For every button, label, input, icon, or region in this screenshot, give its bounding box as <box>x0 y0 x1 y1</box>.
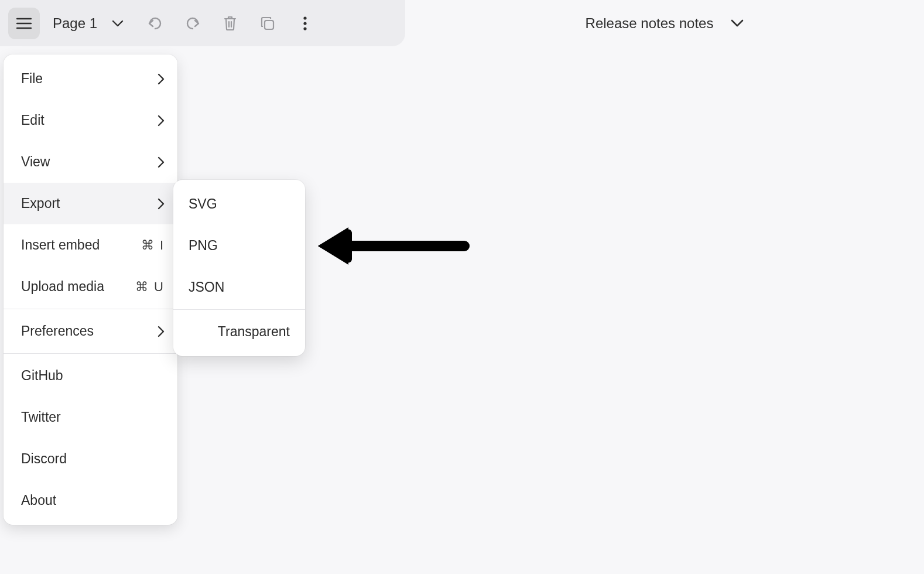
menu-item-shortcut: ⌘ U <box>135 279 165 295</box>
menu-item-shortcut: ⌘ I <box>141 238 165 253</box>
chevron-down-icon <box>112 20 124 27</box>
menu-item-label: Edit <box>21 112 158 128</box>
menu-item-label: File <box>21 71 158 87</box>
export-svg[interactable]: SVG <box>173 183 305 225</box>
export-png[interactable]: PNG <box>173 225 305 266</box>
copy-button[interactable] <box>252 8 283 39</box>
export-transparent-toggle[interactable]: Transparent <box>173 311 305 353</box>
page-label: Page 1 <box>53 15 97 32</box>
svg-point-8 <box>303 22 306 25</box>
hamburger-icon <box>16 18 32 29</box>
submenu-item-label: SVG <box>189 196 217 212</box>
menu-item-label: Insert embed <box>21 237 141 253</box>
menu-item-view[interactable]: View <box>4 141 177 183</box>
undo-button[interactable] <box>139 8 171 39</box>
redo-button[interactable] <box>177 8 208 39</box>
menu-item-label: GitHub <box>21 368 165 384</box>
undo-icon <box>148 17 163 30</box>
chevron-right-icon <box>158 198 165 210</box>
hamburger-button[interactable] <box>8 8 40 39</box>
menu-item-twitter[interactable]: Twitter <box>4 397 177 438</box>
annotation-arrow <box>318 227 470 267</box>
chevron-right-icon <box>158 156 165 168</box>
chevron-right-icon <box>158 326 165 337</box>
menu-separator <box>4 309 177 309</box>
svg-point-7 <box>303 16 306 19</box>
menu-item-upload-media[interactable]: Upload media ⌘ U <box>4 266 177 308</box>
menu-item-label: Discord <box>21 451 165 467</box>
toolbar: Page 1 <box>0 0 405 46</box>
chevron-right-icon <box>158 73 165 85</box>
menu-separator <box>4 353 177 354</box>
svg-rect-6 <box>265 20 273 29</box>
menu-item-label: Preferences <box>21 323 158 339</box>
document-title[interactable]: Release notes notes <box>586 15 714 32</box>
main-menu: File Edit View Export Insert embed ⌘ I U… <box>4 54 177 525</box>
menu-item-label: View <box>21 154 158 170</box>
chevron-down-icon[interactable] <box>731 19 744 28</box>
menu-item-label: About <box>21 493 165 508</box>
copy-icon <box>260 16 275 31</box>
chevron-right-icon <box>158 115 165 127</box>
page-dropdown-button[interactable] <box>104 8 131 39</box>
more-button[interactable] <box>289 8 321 39</box>
menu-item-label: Twitter <box>21 409 165 425</box>
menu-item-discord[interactable]: Discord <box>4 438 177 480</box>
menu-item-label: Upload media <box>21 279 135 295</box>
export-submenu: SVG PNG JSON Transparent <box>173 180 305 356</box>
submenu-item-label: JSON <box>189 279 224 295</box>
menu-item-file[interactable]: File <box>4 58 177 100</box>
export-json[interactable]: JSON <box>173 266 305 308</box>
menu-item-insert-embed[interactable]: Insert embed ⌘ I <box>4 224 177 266</box>
trash-button[interactable] <box>214 8 246 39</box>
trash-icon <box>224 16 237 31</box>
submenu-item-label: PNG <box>189 238 218 254</box>
more-vertical-icon <box>303 16 307 31</box>
menu-item-label: Export <box>21 196 158 211</box>
submenu-separator <box>173 309 305 310</box>
svg-point-9 <box>303 27 306 30</box>
page-selector[interactable]: Page 1 <box>41 15 103 32</box>
submenu-item-label: Transparent <box>218 324 290 340</box>
document-title-bar: Release notes notes <box>405 0 924 46</box>
menu-item-export[interactable]: Export <box>4 183 177 224</box>
menu-item-preferences[interactable]: Preferences <box>4 310 177 352</box>
menu-item-about[interactable]: About <box>4 480 177 521</box>
redo-icon <box>185 17 200 30</box>
menu-item-edit[interactable]: Edit <box>4 100 177 141</box>
menu-item-github[interactable]: GitHub <box>4 355 177 397</box>
